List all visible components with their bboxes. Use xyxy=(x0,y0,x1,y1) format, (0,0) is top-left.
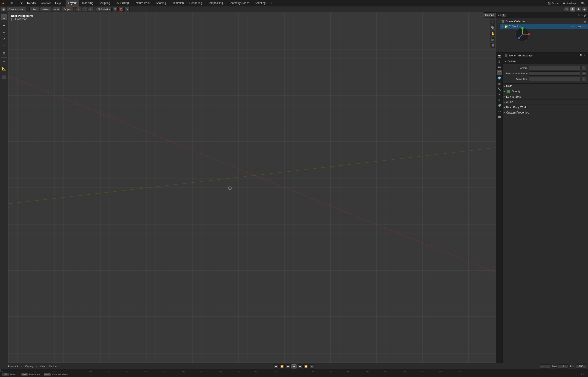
keying-btn[interactable]: Keying xyxy=(24,365,34,368)
tab-layout[interactable]: Layout xyxy=(66,0,79,6)
prev-frame-btn[interactable]: ◀ xyxy=(286,364,290,368)
transform-icon-scale[interactable]: ⤢ xyxy=(88,7,93,12)
camera-value[interactable] xyxy=(529,66,580,70)
bg-scene-value[interactable] xyxy=(529,71,580,76)
prop-tab-modifier[interactable]: 🔧 xyxy=(497,87,502,92)
menu-file[interactable]: File xyxy=(6,0,15,6)
prop-tab-particles[interactable]: ✦ xyxy=(497,92,502,97)
gravity-checkbox[interactable]: ✓ xyxy=(507,90,510,93)
tool-measure[interactable]: 📐 xyxy=(1,65,7,72)
prop-tab-data[interactable]: ⬡ xyxy=(497,109,502,114)
tab-rendering[interactable]: Rendering xyxy=(187,0,205,6)
menu-help[interactable]: Help xyxy=(53,0,63,6)
filter-search[interactable]: 🔍 xyxy=(501,14,506,17)
units-section-header[interactable]: ▶ Units ⋮ xyxy=(503,83,588,89)
prop-tab-view-layer[interactable]: 🏔 xyxy=(497,64,502,70)
tool-transform[interactable]: ⊞ xyxy=(1,50,7,56)
viewport-shade-solid[interactable]: ⬢ xyxy=(570,7,575,12)
add-btn[interactable]: Add xyxy=(52,7,61,12)
menu-edit[interactable]: Edit xyxy=(15,0,25,6)
object-mode-dropdown[interactable]: Object Mode ▾ xyxy=(7,7,26,12)
marker-btn[interactable]: Marker xyxy=(48,365,58,368)
view-btn-tl[interactable]: View xyxy=(39,365,46,368)
filter-all[interactable]: All xyxy=(498,14,500,17)
object-btn[interactable]: Object xyxy=(62,7,73,12)
current-frame-display[interactable]: 1 xyxy=(540,364,550,368)
menu-window[interactable]: Window xyxy=(38,0,53,6)
tool-move[interactable]: ↔ xyxy=(1,29,7,36)
prop-tab-output[interactable]: 🖨 xyxy=(497,59,502,64)
view-btn[interactable]: View xyxy=(29,7,39,12)
tool-add-cube[interactable]: ⬛ xyxy=(1,74,7,80)
next-frame-btn[interactable]: ▶ xyxy=(298,364,302,368)
tool-rotate[interactable]: ↺ xyxy=(1,36,7,43)
col-vis-more[interactable]: ⊕ xyxy=(584,25,586,28)
tool-scale[interactable]: ⤢ xyxy=(1,43,7,49)
vis-select[interactable]: ↔ xyxy=(580,20,582,23)
tab-sculpting[interactable]: Sculpting xyxy=(96,0,113,6)
custom-properties-header[interactable]: ▶ Custom Properties ⋮ xyxy=(503,110,588,115)
active-clip-value[interactable] xyxy=(529,77,580,81)
camera-value-btn[interactable]: ✏ xyxy=(582,66,586,70)
prop-tab-object[interactable]: ▣ xyxy=(497,81,502,86)
options-button[interactable]: Options xyxy=(483,12,496,17)
audio-header[interactable]: ▶ Audio ⋮ xyxy=(503,99,588,105)
snap-btn[interactable]: 🧲 xyxy=(119,7,123,12)
jump-end-btn[interactable]: ⏭ xyxy=(310,364,314,368)
tool-cursor[interactable]: ✛ xyxy=(1,22,7,29)
search-icon[interactable]: 🔍 xyxy=(580,2,586,5)
vp-camera-view[interactable]: 📷 xyxy=(490,37,495,42)
playback-btn[interactable]: Playback xyxy=(7,365,19,368)
prop-tab-material[interactable]: ⬤ xyxy=(497,114,502,119)
col-vis-eye[interactable]: 👁 xyxy=(571,25,574,28)
vis-eye[interactable]: 👁 xyxy=(577,20,579,23)
axis-gizmo[interactable] xyxy=(514,26,531,42)
tab-modeling[interactable]: Modeling xyxy=(79,0,96,6)
select-btn[interactable]: Select xyxy=(40,7,51,12)
outliner-item-collection[interactable]: ▶ 📁 Collection 👁 ↔ 📷 ✓ ⊕ xyxy=(500,24,588,29)
prop-tab-scene[interactable]: 🎬 xyxy=(497,70,502,75)
prop-tab-constraints[interactable]: 🔗 xyxy=(497,103,502,108)
tab-texture-paint[interactable]: Texture Paint xyxy=(132,0,153,6)
prop-search-icon[interactable]: 🔍 xyxy=(579,54,583,57)
jump-prev-btn[interactable]: ⏪ xyxy=(279,364,285,368)
start-frame-input[interactable]: 1 xyxy=(558,364,568,368)
vp-pan-view[interactable]: ✋ xyxy=(490,31,495,36)
col-vis-check[interactable]: ✓ xyxy=(582,25,583,28)
gravity-section-header[interactable]: ▶ ✓ Gravity ⋮ xyxy=(503,89,588,94)
tab-uv-editing[interactable]: UV Editing xyxy=(113,0,132,6)
transform-icon-rotate[interactable]: ↺ xyxy=(82,7,87,12)
outliner-view-icon-1[interactable]: 👁 xyxy=(578,14,580,17)
active-clip-btn[interactable]: ✏ xyxy=(582,77,586,81)
keying-sets-header[interactable]: ▶ Keying Sets ⋮ xyxy=(503,94,588,99)
tab-geometry-nodes[interactable]: Geometry Nodes xyxy=(226,0,252,6)
transform-space-dropdown[interactable]: ⊞ Global ▾ xyxy=(96,7,111,12)
jump-start-btn[interactable]: ⏮ xyxy=(274,364,278,368)
tool-select-box[interactable]: ⬚ xyxy=(1,14,7,20)
col-vis-select[interactable]: ↔ xyxy=(575,25,577,28)
viewport-mode-icon[interactable]: ▣ xyxy=(1,7,6,12)
vis-render[interactable]: 📷 xyxy=(583,20,586,23)
viewport-shade-render[interactable]: ◉ xyxy=(582,7,587,12)
play-btn[interactable]: ▶ xyxy=(291,364,297,368)
end-frame-input[interactable]: 250 xyxy=(576,364,586,368)
tab-compositing[interactable]: Compositing xyxy=(205,0,226,6)
viewport-shade-wire[interactable]: ⬡ xyxy=(564,7,569,12)
viewlayer-label[interactable]: 🏔 ViewLayer xyxy=(561,2,579,5)
outliner-view-icon-2[interactable]: ⚙ xyxy=(581,14,583,17)
tab-add[interactable]: + xyxy=(268,0,274,6)
prop-tab-physics[interactable]: ⚛ xyxy=(497,98,502,103)
menu-render[interactable]: Render xyxy=(25,0,38,6)
col-vis-render[interactable]: 📷 xyxy=(578,25,581,28)
rigid-body-world-header[interactable]: ▶ Rigid Body World ⋮ xyxy=(503,105,588,110)
prop-tab-world[interactable]: 🌍 xyxy=(497,76,502,81)
breadcrumb-viewlayer[interactable]: 🏔 ViewLayer xyxy=(518,54,533,57)
bg-scene-btn[interactable]: ✏ xyxy=(582,71,586,76)
outliner-view-icon-3[interactable]: 🔗 xyxy=(583,14,586,17)
viewport-shade-material[interactable]: ⬣ xyxy=(576,7,581,12)
jump-next-btn[interactable]: ⏩ xyxy=(303,364,309,368)
vp-cursor-tool[interactable]: ✛ xyxy=(490,20,495,25)
tab-animation[interactable]: Animation xyxy=(169,0,187,6)
proportional-btn[interactable]: ⊙ xyxy=(124,7,130,12)
scene-section-header[interactable]: ▼ Scene xyxy=(503,59,588,64)
